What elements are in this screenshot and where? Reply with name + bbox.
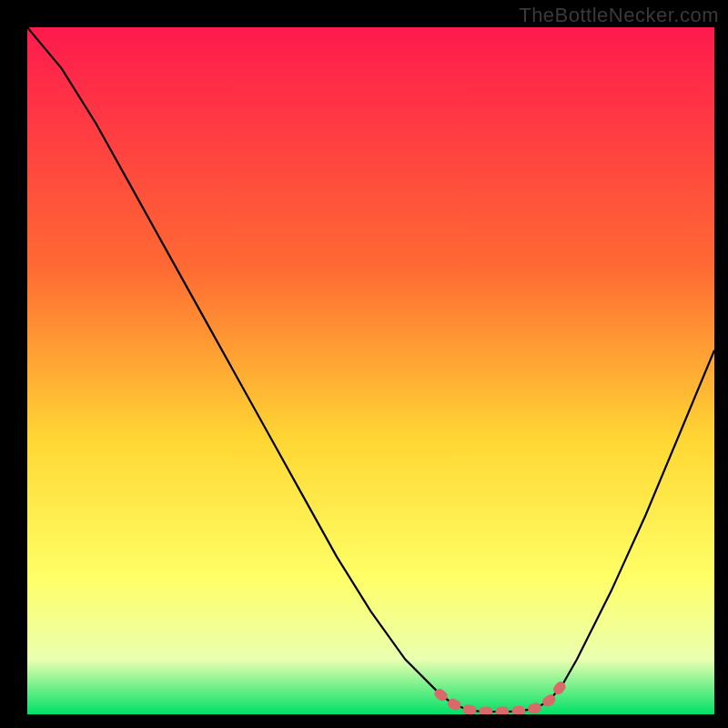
- plot-area: [27, 27, 714, 714]
- watermark-text: TheBottleNecker.com: [519, 4, 719, 27]
- chart-frame: TheBottleNecker.com: [0, 0, 728, 728]
- bottleneck-curve-chart: [27, 27, 714, 714]
